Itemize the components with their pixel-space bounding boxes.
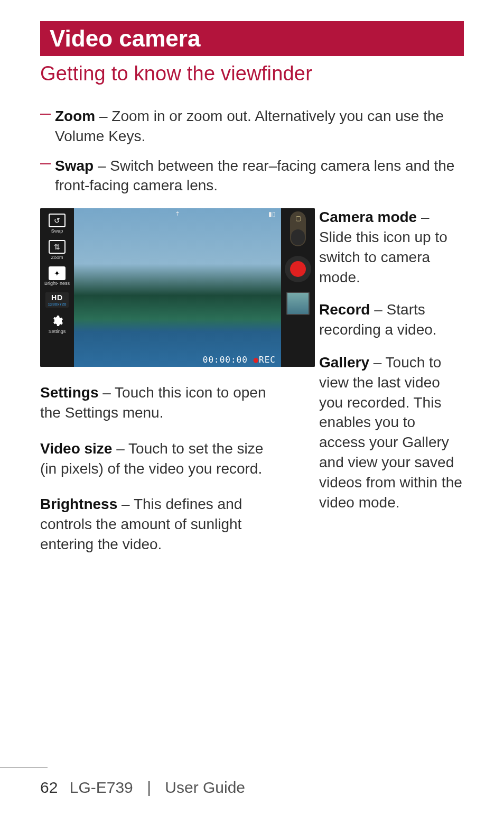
hd-res-text: 1280x720 xyxy=(45,302,69,307)
callout-cameramode: Camera mode – Slide this icon up to swit… xyxy=(319,207,464,287)
callout-swap: Swap – Switch between the rear–facing ca… xyxy=(40,156,464,196)
callout-cameramode-term: Camera mode xyxy=(319,209,417,225)
callout-zoom-text: – Zoom in or zoom out. Alternatively you… xyxy=(55,108,444,144)
gallery-button[interactable] xyxy=(286,292,310,315)
gear-icon xyxy=(49,314,66,328)
record-button[interactable] xyxy=(285,256,311,282)
mic-icon: ⇡ xyxy=(175,210,180,218)
callout-videosize: Video size – Touch to set the size (in p… xyxy=(40,439,267,479)
brightness-button[interactable]: Bright- ness xyxy=(40,264,74,288)
swap-icon xyxy=(49,214,66,227)
callout-record: Record – Starts recording a video. xyxy=(319,300,464,340)
zoom-label: Zoom xyxy=(51,255,63,260)
zoom-icon xyxy=(49,240,66,254)
footer-model: LG-E739 xyxy=(70,779,133,796)
footer-guide: User Guide xyxy=(165,779,245,796)
callout-gallery-text: – Touch to view the last video you recor… xyxy=(319,354,462,511)
hd-text: HD xyxy=(45,293,69,302)
footer-rule xyxy=(0,767,48,768)
rec-indicator: 00:00:00 ●REC xyxy=(74,355,281,365)
callout-settings-term: Settings xyxy=(40,384,98,401)
callout-swap-text: – Switch between the rear–facing camera … xyxy=(55,158,454,194)
camera-icon: ▢ xyxy=(295,215,301,222)
swap-label: Swap xyxy=(51,228,63,234)
record-dot-icon xyxy=(290,261,306,277)
callout-zoom-term: Zoom xyxy=(55,108,95,124)
swap-button[interactable]: Swap xyxy=(40,211,74,236)
settings-label: Settings xyxy=(49,329,66,334)
callout-gallery-term: Gallery xyxy=(319,354,369,371)
viewfinder-screenshot: ⇡ ▮▯ Swap Zoom xyxy=(40,208,315,367)
callout-settings: Settings – Touch this icon to open the S… xyxy=(40,383,267,423)
zoom-button[interactable]: Zoom xyxy=(40,238,74,262)
banner-title: Video camera xyxy=(50,25,200,51)
callout-brightness: Brightness – This defines and controls t… xyxy=(40,494,267,554)
footer-sep: | xyxy=(147,779,151,796)
callout-zoom: Zoom – Zoom in or zoom out. Alternativel… xyxy=(40,106,464,146)
videosize-button[interactable]: HD 1280x720 xyxy=(40,290,74,310)
settings-button[interactable]: Settings xyxy=(40,312,74,336)
page-number: 62 xyxy=(40,779,58,796)
brightness-icon xyxy=(49,266,66,280)
brightness-label: Bright- ness xyxy=(44,281,70,286)
rec-dot: ● xyxy=(253,355,259,365)
callout-gallery: Gallery – Touch to view the last video y… xyxy=(319,353,464,512)
slider-knob xyxy=(291,229,305,245)
callout-record-term: Record xyxy=(319,301,370,318)
timer-text: 00:00:00 xyxy=(203,355,248,365)
page-footer: 62 LG-E739 | User Guide xyxy=(0,779,245,797)
battery-icon: ▮▯ xyxy=(268,210,276,219)
camera-mode-slider[interactable]: ▢ ▣ xyxy=(290,211,306,246)
right-toolbar: ▢ ▣ xyxy=(281,208,315,367)
callout-videosize-term: Video size xyxy=(40,440,112,457)
section-banner: Video camera xyxy=(40,21,464,56)
left-toolbar: Swap Zoom Bright- ness xyxy=(40,208,74,367)
scene-preview xyxy=(74,208,281,367)
rec-label: REC xyxy=(259,355,276,365)
callout-swap-term: Swap xyxy=(55,158,94,174)
callout-brightness-term: Brightness xyxy=(40,496,117,512)
section-subtitle: Getting to know the viewfinder xyxy=(40,62,464,85)
